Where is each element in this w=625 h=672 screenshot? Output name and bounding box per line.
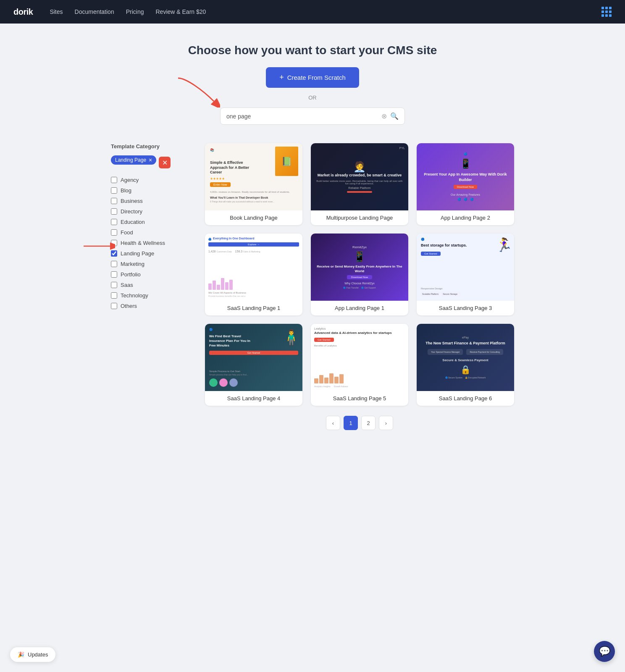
blog-label: Blog [121,187,131,194]
party-icon: 🎉 [18,651,24,658]
card-name-saas4: SaaS Landing Page 4 [205,391,302,406]
portfolio-checkbox[interactable] [111,271,117,278]
template-card-book-landing[interactable]: 📚 Simple & Effective Approach for A Bett… [205,143,302,225]
nav-pricing[interactable]: Pricing [126,8,144,15]
food-label: Food [121,229,133,236]
saas-checkbox[interactable] [111,282,117,288]
navbar: dorik Sites Documentation Pricing Review… [0,0,625,24]
thumb-app1-preview: RemitZyx 📱 Receive or Send Money Easily … [311,234,408,301]
template-card-saas-landing-5[interactable]: Leafytics Advanced data & AI-driven anal… [311,324,408,406]
category-agency[interactable]: Agency [111,175,195,185]
category-health-wellness[interactable]: Health & Wellness [111,238,195,248]
health-wellness-label: Health & Wellness [121,240,165,246]
chat-button[interactable]: 💬 [594,641,615,662]
filter-clear-button[interactable]: ✕ [159,157,171,168]
sidebar-wrapper: Template Category Landing Page × ✕ Agenc… [111,143,195,447]
thumb-saas1-preview: 🔵 Everything In One Dashboard Explore → … [205,234,302,301]
category-directory[interactable]: Directory [111,206,195,217]
template-card-saas-landing-6[interactable]: ePay The New Smart Finance & Payment Pla… [417,324,514,406]
search-bar: ⊗ 🔍 [220,108,405,125]
directory-label: Directory [121,208,142,215]
education-checkbox[interactable] [111,219,117,225]
red-arrow-checkbox [81,238,115,255]
card-name-multipurpose: Multipurpose Landing Page [311,210,408,225]
category-business[interactable]: Business [111,196,195,206]
page-2-button[interactable]: 2 [361,416,376,430]
red-arrow-indicator [170,74,220,108]
active-filter-tag[interactable]: Landing Page × [111,155,156,165]
template-card-saas-landing-1[interactable]: 🔵 Everything In One Dashboard Explore → … [205,234,302,315]
category-technology[interactable]: Technology [111,290,195,301]
card-thumb-app1: RemitZyx 📱 Receive or Send Money Easily … [311,234,408,301]
sidebar: Template Category Landing Page × ✕ Agenc… [111,143,195,311]
plus-icon: + [279,73,284,82]
thumb-multipurpose-preview: PYL 🧑‍💼 Market is already crowded, be sm… [311,143,408,210]
template-card-saas-landing-3[interactable]: 🔵 Best storage for startups. Get Started… [417,234,514,315]
page-1-button[interactable]: 1 [344,416,358,430]
card-thumb-saas1: 🔵 Everything In One Dashboard Explore → … [205,234,302,301]
category-portfolio[interactable]: Portfolio [111,269,195,280]
blog-checkbox[interactable] [111,187,117,194]
category-blog[interactable]: Blog [111,185,195,196]
card-name-app2: App Landing Page 2 [417,210,514,225]
others-checkbox[interactable] [111,303,117,309]
card-thumb-saas3: 🔵 Best storage for startups. Get Started… [417,234,514,301]
technology-label: Technology [121,292,148,299]
card-thumb-book: 📚 Simple & Effective Approach for A Bett… [205,143,302,210]
template-card-app-landing-2[interactable]: 🔵 📱 Present Your App In Awesome Way With… [417,143,514,225]
template-card-app-landing-1[interactable]: RemitZyx 📱 Receive or Send Money Easily … [311,234,408,315]
category-saas[interactable]: Saas [111,280,195,290]
card-name-saas5: SaaS Landing Page 5 [311,391,408,406]
next-page-button[interactable]: › [379,416,393,430]
template-card-multipurpose[interactable]: PYL 🧑‍💼 Market is already crowded, be sm… [311,143,408,225]
card-name-saas6: SaaS Landing Page 6 [417,391,514,406]
create-from-scratch-button[interactable]: + Create From Scratch [266,67,359,88]
card-thumb-saas6: ePay The New Smart Finance & Payment Pla… [417,324,514,391]
portfolio-label: Portfolio [121,271,141,278]
food-checkbox[interactable] [111,229,117,236]
nav-review[interactable]: Review & Earn $20 [156,8,206,15]
card-name-app1: App Landing Page 1 [311,301,408,315]
education-label: Education [121,219,145,225]
category-list: Agency Blog Business Directory [111,175,195,311]
page-title: Choose how you want to start your CMS si… [8,44,617,57]
agency-checkbox[interactable] [111,177,117,183]
chat-icon: 💬 [599,646,610,657]
filter-tag-remove[interactable]: × [149,157,152,163]
thumb-saas5-preview: Leafytics Advanced data & AI-driven anal… [311,324,408,391]
category-landing-page[interactable]: Landing Page [111,248,195,259]
directory-checkbox[interactable] [111,208,117,215]
category-food[interactable]: Food [111,227,195,238]
prev-page-button[interactable]: ‹ [326,416,340,430]
filter-row: Landing Page × ✕ [111,155,195,170]
nav-documentation[interactable]: Documentation [75,8,114,15]
clear-icon[interactable]: ⊗ [381,112,387,120]
create-button-label: Create From Scratch [287,74,346,81]
category-marketing[interactable]: Marketing [111,259,195,269]
main-content: Choose how you want to start your CMS si… [0,0,625,464]
search-input[interactable] [226,113,378,120]
thumb-saas3-preview: 🔵 Best storage for startups. Get Started… [417,234,514,301]
thumb-saas6-preview: ePay The New Smart Finance & Payment Pla… [417,324,514,391]
card-name-book: Book Landing Page [205,210,302,225]
category-others[interactable]: Others [111,301,195,311]
nav-sites[interactable]: Sites [50,8,63,15]
updates-button[interactable]: 🎉 Updates [10,647,55,662]
thumb-app2-preview: 🔵 📱 Present Your App In Awesome Way With… [417,143,514,210]
template-grid: 📚 Simple & Effective Approach for A Bett… [205,143,514,447]
card-name-saas3: SaaS Landing Page 3 [417,301,514,315]
business-checkbox[interactable] [111,198,117,204]
sidebar-title: Template Category [111,143,195,150]
navbar-right [601,7,612,17]
technology-checkbox[interactable] [111,292,117,299]
saas-label: Saas [121,282,133,288]
apps-icon[interactable] [601,7,612,17]
template-grid-3col: 📚 Simple & Effective Approach for A Bett… [205,143,514,406]
thumb-book-preview: 📚 Simple & Effective Approach for A Bett… [205,143,302,210]
marketing-checkbox[interactable] [111,261,117,267]
landing-page-label: Landing Page [121,250,154,257]
category-education[interactable]: Education [111,217,195,227]
search-icon[interactable]: 🔍 [390,112,399,120]
template-card-saas-landing-4[interactable]: 🔵 We Find Best Travel Insurance Plan For… [205,324,302,406]
card-thumb-saas4: 🔵 We Find Best Travel Insurance Plan For… [205,324,302,391]
